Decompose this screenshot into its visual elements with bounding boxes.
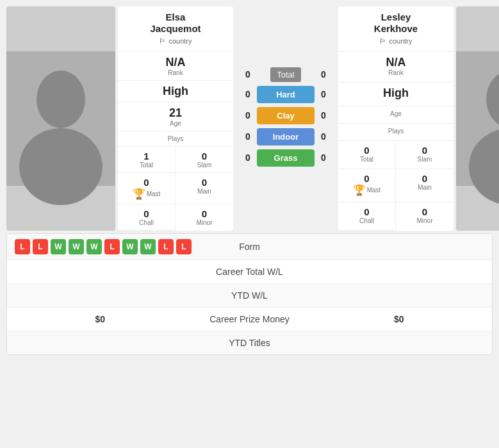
form-badge-w: W	[69, 239, 84, 254]
player1-plays-cell: Plays	[118, 131, 233, 147]
indoor-left-val: 0	[239, 131, 257, 142]
form-badge-w: W	[122, 239, 138, 254]
player2-photo	[456, 6, 499, 231]
player2-stats-grid: N/A Rank High Age Plays 0 To	[338, 51, 454, 231]
hard-center: Hard	[257, 86, 315, 103]
player2-plays-cell: Plays	[338, 124, 454, 141]
player1-main-cell: 0 Main	[176, 173, 233, 204]
player2-total-label: Total	[343, 156, 390, 163]
player1-photo	[6, 6, 115, 231]
ytd-wl-row: YTD W/L	[7, 284, 492, 308]
player1-plays-label: Plays	[123, 135, 228, 142]
total-right-val: 0	[315, 69, 332, 79]
flag2-icon: 🏳	[379, 37, 386, 45]
ytd-titles-row: YTD Titles	[7, 331, 492, 354]
clay-label: Clay	[257, 107, 315, 124]
clay-right-val: 0	[315, 110, 332, 120]
player1-slam-label: Slam	[181, 162, 228, 169]
ytd-titles-label: YTD Titles	[186, 338, 314, 348]
form-badge-w: W	[140, 239, 156, 254]
total-center: Total	[257, 67, 315, 82]
player1-main-label: Main	[181, 188, 228, 195]
form-badges-container: LLWWWLWWLL	[15, 239, 202, 254]
player1-stats-grid: N/A Rank High 21 Age Plays 1	[118, 51, 233, 231]
player1-total-value: 1	[123, 151, 170, 162]
player2-high-cell: High	[338, 83, 454, 106]
player2-rank-cell: N/A Rank	[338, 52, 454, 83]
player2-mast-label: 🏆 Mast	[343, 184, 390, 196]
career-prize-label: Career Prize Money	[186, 314, 314, 324]
player2-main-label: Main	[401, 184, 448, 191]
player1-name: Elsa Jacquemot	[124, 12, 227, 35]
player2-mast-value: 0	[343, 173, 390, 184]
player1-mast-cell: 0 🏆 Mast	[118, 173, 176, 204]
indoor-center: Indoor	[257, 128, 315, 145]
career-total-row: Career Total W/L	[7, 260, 492, 284]
form-badge-l: L	[158, 239, 174, 254]
player2-total-cell: 0 Total	[338, 141, 396, 169]
form-badge-l: L	[104, 239, 120, 254]
flag-icon: 🏳	[159, 37, 166, 45]
svg-point-2	[19, 128, 102, 205]
player1-card: Elsa Jacquemot 🏳 country N/A Rank High	[118, 6, 233, 231]
player1-high-value: High	[123, 85, 228, 98]
career-prize-row: $0 Career Prize Money $0	[7, 308, 492, 331]
grass-label: Grass	[257, 149, 315, 167]
player2-slam-cell: 0 Slam	[396, 141, 454, 169]
player1-age-value: 21	[123, 106, 228, 120]
player2-chall-cell: 0 Chall	[338, 203, 396, 231]
player1-slam-cell: 0 Slam	[176, 147, 233, 173]
player1-mast-value: 0	[123, 177, 170, 188]
player1-chall-cell: 0 Chall	[118, 204, 176, 231]
player1-total-cell: 1 Total	[118, 147, 176, 173]
player1-country: 🏳 country	[124, 37, 227, 45]
player2-plays-label: Plays	[343, 128, 448, 135]
career-prize-left: $0	[15, 314, 186, 324]
form-badge-l: L	[176, 239, 192, 254]
player1-info-top: Elsa Jacquemot 🏳 country	[118, 6, 233, 51]
indoor-right-val: 0	[315, 131, 332, 142]
player2-rank-value: N/A	[343, 56, 448, 69]
player2-slam-value: 0	[401, 145, 448, 156]
hard-row: 0 Hard 0	[239, 86, 332, 103]
hard-label: Hard	[257, 86, 315, 103]
form-badge-w: W	[86, 239, 102, 254]
form-row: LLWWWLWWLL Form	[7, 234, 492, 260]
player1-high-cell: High	[118, 81, 233, 103]
player2-rank-label: Rank	[343, 69, 448, 76]
player1-minor-label: Minor	[181, 219, 228, 226]
form-badges: LLWWWLWWLL	[15, 239, 202, 254]
total-row: 0 Total 0	[239, 67, 332, 82]
player2-age-cell: Age	[338, 106, 454, 124]
indoor-label: Indoor	[257, 128, 315, 145]
player1-minor-cell: 0 Minor	[176, 204, 233, 231]
player1-slam-value: 0	[181, 151, 228, 162]
player2-name: Lesley Kerkhove	[345, 12, 447, 35]
trophy1-icon: 🏆	[133, 188, 145, 200]
player2-chall-value: 0	[343, 206, 390, 217]
indoor-row: 0 Indoor 0	[239, 128, 332, 145]
player1-age-cell: 21 Age	[118, 103, 233, 131]
svg-point-1	[37, 71, 85, 128]
trophy2-icon: 🏆	[353, 184, 366, 196]
player2-mast-cell: 0 🏆 Mast	[338, 169, 396, 203]
player1-rank-cell: N/A Rank	[118, 52, 233, 81]
player1-chall-value: 0	[123, 208, 170, 219]
hard-right-val: 0	[315, 89, 332, 99]
top-section: Elsa Jacquemot 🏳 country N/A Rank High	[6, 6, 493, 231]
player2-main-cell: 0 Main	[396, 169, 454, 203]
player2-card: Lesley Kerkhove 🏳 country N/A Rank High	[338, 6, 454, 231]
player2-info-top: Lesley Kerkhove 🏳 country	[338, 6, 454, 51]
center-stats: 0 Total 0 0 Hard 0 0 Clay 0	[236, 6, 336, 231]
bottom-stats-table: LLWWWLWWLL Form Career Total W/L YTD W/L…	[6, 233, 493, 355]
grass-left-val: 0	[239, 153, 257, 163]
player1-minor-value: 0	[181, 208, 228, 219]
player2-minor-cell: 0 Minor	[396, 203, 454, 231]
grass-right-val: 0	[315, 153, 332, 163]
player2-main-value: 0	[401, 173, 448, 184]
player2-country: 🏳 country	[345, 37, 447, 45]
player2-slam-label: Slam	[401, 156, 448, 163]
player2-high-value: High	[343, 87, 448, 100]
form-badge-w: W	[51, 239, 66, 254]
player2-minor-label: Minor	[401, 217, 448, 224]
